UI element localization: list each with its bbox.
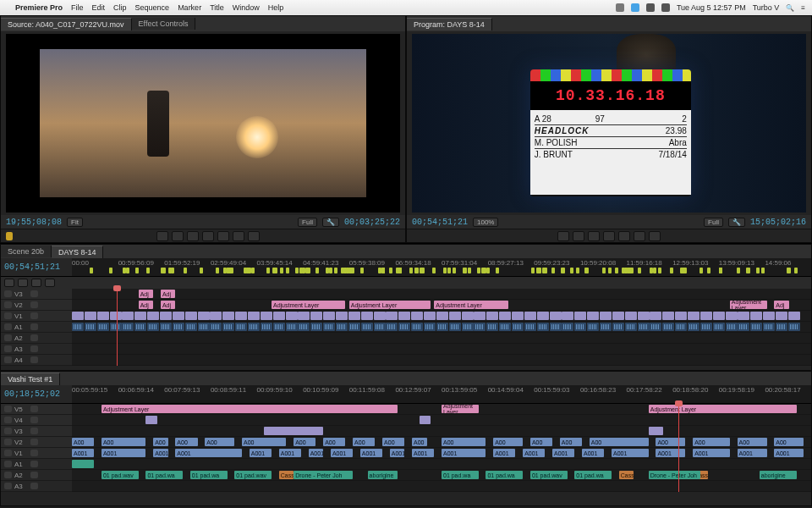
clip[interactable]: A001 [523, 449, 545, 457]
clip[interactable]: A001 [493, 449, 515, 457]
track-header-a4[interactable]: A4 [1, 355, 72, 366]
mute-icon[interactable] [30, 461, 38, 467]
lock-icon[interactable] [4, 345, 12, 352]
clip[interactable] [248, 312, 260, 320]
clip[interactable] [449, 312, 461, 320]
clip[interactable] [587, 323, 599, 331]
lock-icon[interactable] [4, 461, 12, 467]
tab-source[interactable]: Source: A040_C017_0722VU.mov [1, 18, 132, 30]
eye-icon[interactable] [30, 417, 38, 423]
clip[interactable] [222, 323, 234, 331]
clip[interactable] [474, 323, 486, 331]
clip[interactable] [420, 416, 431, 424]
clip[interactable]: A001 [72, 449, 94, 457]
clip[interactable]: Adjustment Layer [272, 301, 345, 309]
menu-title[interactable]: Title [210, 3, 224, 12]
clip[interactable] [273, 312, 285, 320]
clip[interactable]: A00 [205, 438, 234, 446]
eye-icon[interactable] [30, 312, 38, 319]
clip[interactable] [298, 312, 310, 320]
eye-icon[interactable] [30, 301, 38, 308]
clip[interactable] [776, 312, 787, 320]
clip[interactable]: A00 [175, 438, 197, 446]
wrench-icon[interactable]: 🔧 [728, 218, 745, 227]
clip[interactable]: A001 [582, 449, 604, 457]
clip[interactable] [386, 323, 398, 331]
clip[interactable] [550, 312, 562, 320]
clip[interactable] [474, 312, 486, 320]
clip[interactable]: A00 [493, 438, 523, 446]
clip[interactable] [310, 323, 322, 331]
source-playhead-indicator[interactable] [6, 232, 13, 240]
clip[interactable] [147, 323, 159, 331]
clip[interactable] [160, 323, 172, 331]
clip[interactable] [122, 312, 134, 320]
clip[interactable] [97, 312, 109, 320]
clip[interactable] [713, 323, 725, 331]
clip[interactable] [261, 323, 272, 331]
clip[interactable]: aborigine [368, 471, 398, 479]
track-header-a2[interactable]: A2 [1, 470, 72, 481]
clip[interactable] [649, 427, 663, 435]
clip[interactable] [198, 312, 210, 320]
clip[interactable] [264, 427, 323, 435]
resolution-menu[interactable]: Full [704, 218, 723, 227]
clip[interactable] [147, 312, 159, 320]
clip[interactable] [776, 323, 787, 331]
lock-icon[interactable] [4, 301, 12, 308]
clip[interactable] [486, 312, 498, 320]
clip[interactable]: A00 [102, 438, 145, 446]
wrench-icon[interactable]: 🔧 [322, 218, 339, 227]
mark-out-button[interactable] [573, 231, 584, 241]
clip[interactable]: A001 [612, 449, 649, 457]
clip[interactable]: Cassett [279, 471, 294, 479]
clip[interactable]: 01 pad.wav [234, 471, 272, 479]
clip[interactable]: A00 [693, 438, 730, 446]
track-header-v3[interactable]: V3 [1, 289, 72, 300]
clip[interactable]: Adj [161, 301, 175, 309]
clip[interactable] [562, 323, 573, 331]
timeline2-playhead[interactable] [678, 404, 679, 492]
clip[interactable] [726, 312, 738, 320]
clip[interactable] [286, 312, 298, 320]
lock-icon[interactable] [4, 417, 12, 423]
clip[interactable] [612, 312, 624, 320]
track-header-v2[interactable]: V2 [1, 300, 72, 311]
lock-icon[interactable] [4, 290, 12, 297]
clip[interactable]: A00 [382, 438, 404, 446]
source-viewer[interactable] [6, 34, 400, 213]
clip[interactable] [763, 323, 775, 331]
overwrite-button[interactable] [248, 231, 260, 241]
track-header-a1[interactable]: A1 [1, 322, 72, 333]
clip[interactable] [336, 312, 348, 320]
clip[interactable] [436, 312, 448, 320]
mute-icon[interactable] [30, 323, 38, 330]
clip[interactable]: 01 pad.wa [190, 471, 228, 479]
mute-icon[interactable] [30, 356, 38, 363]
clip[interactable] [537, 312, 549, 320]
mark-in-button[interactable] [557, 231, 569, 241]
clip[interactable] [348, 323, 360, 331]
status-icon[interactable] [616, 3, 624, 12]
snap-icon[interactable] [4, 279, 14, 287]
lock-icon[interactable] [4, 312, 12, 319]
clip[interactable]: A00 [590, 438, 649, 446]
clip[interactable]: A00 [153, 438, 167, 446]
menu-window[interactable]: Window [233, 3, 260, 12]
menu-clip[interactable]: Clip [113, 3, 127, 12]
clip[interactable]: Adjustment Layer [434, 301, 508, 309]
tab-program[interactable]: Program: DAYS 8-14 [407, 18, 492, 30]
menu-file[interactable]: File [71, 3, 84, 12]
track-header-v5[interactable]: V5 [1, 404, 72, 415]
clip[interactable]: Adj [161, 290, 175, 298]
clip[interactable]: A001 [279, 449, 301, 457]
clip[interactable]: A001 [250, 449, 272, 457]
tab-effect-controls[interactable]: Effect Controls [132, 18, 196, 30]
mark-out-button[interactable] [172, 231, 184, 241]
clip[interactable] [361, 323, 373, 331]
program-viewer[interactable]: 10.33.16.18 A 28972 HEADLOCK23.98 M. POL… [412, 34, 806, 213]
clip[interactable]: 01 pad.wa [442, 471, 479, 479]
clip[interactable]: A00 [442, 438, 486, 446]
clip[interactable] [160, 312, 172, 320]
clip[interactable]: A001 [153, 449, 167, 457]
